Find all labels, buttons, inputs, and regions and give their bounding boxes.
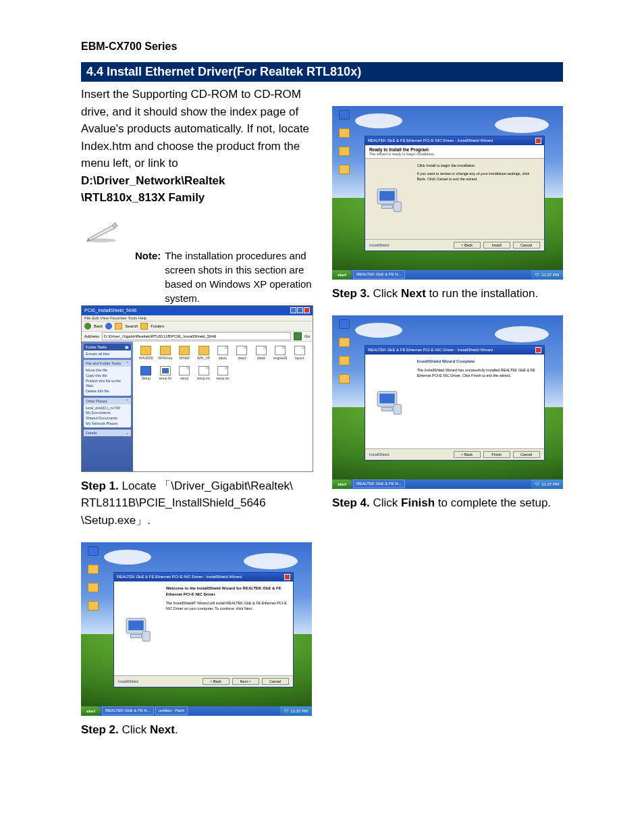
step2-text-b: . <box>175 723 178 736</box>
explorer-window: PCIE_InstallShield_5646 File Edit View F… <box>81 305 313 472</box>
up-icon[interactable] <box>115 323 122 330</box>
installer-dialog: REALTEK GbE & FE Ethernet PCI-E NIC Driv… <box>365 136 545 252</box>
step2-screenshot: REALTEK GbE & FE Ethernet PCI-E NIC Driv… <box>81 542 312 716</box>
document-page: EBM-CX700 Series 4.4 Install Ethernet Dr… <box>0 0 644 834</box>
search-label[interactable]: Search <box>125 324 138 328</box>
taskbar-item[interactable]: untitled - Paint <box>155 706 188 715</box>
install-button[interactable]: Install <box>483 242 510 249</box>
place-mydocs[interactable]: My Documents <box>86 411 129 416</box>
file-item[interactable]: Setup <box>137 366 155 385</box>
next-button[interactable]: Next > <box>232 678 259 685</box>
start-button[interactable]: start <box>332 270 352 280</box>
section-heading: 4.4 Install Ethernet Driver(For Realtek … <box>81 62 563 82</box>
step2-caption: Step 2. Click Next. <box>81 721 312 739</box>
svg-rect-2 <box>128 621 143 630</box>
cancel-button: Cancel <box>513 451 540 458</box>
file-item[interactable]: engine32 <box>271 346 289 365</box>
right-column: REALTEK GbE & FE Ethernet PCI-E NIC Driv… <box>332 86 563 752</box>
step4-caption: Step 4. Click Finish to complete the set… <box>332 494 563 512</box>
place-network[interactable]: My Network Places <box>86 421 129 427</box>
window-titlebar: PCIE_InstallShield_5646 <box>82 306 313 315</box>
intro-paragraph: Insert the Supporting CD-ROM to CD-ROM d… <box>81 86 312 207</box>
clock: 11:27 PM <box>541 273 559 277</box>
step3-screenshot: REALTEK GbE & FE Ethernet PCI-E NIC Driv… <box>332 106 563 280</box>
file-item[interactable]: data1 <box>214 346 232 365</box>
folders-label[interactable]: Folders <box>151 324 164 328</box>
panel-other-places[interactable]: Other Places⌃ <box>84 398 131 405</box>
file-item[interactable]: WIN2000 <box>137 346 155 365</box>
step2-keyword: Next <box>150 723 175 736</box>
svg-rect-7 <box>382 205 393 209</box>
close-icon[interactable] <box>284 574 290 580</box>
back-button: < Back <box>203 678 230 685</box>
file-item[interactable]: layout <box>291 346 308 365</box>
taskbar-item[interactable]: REALTEK GbE & FE N... <box>353 270 405 279</box>
panel-file-tasks[interactable]: File and Folder Tasks⌃ <box>84 360 131 367</box>
system-tray[interactable]: 🛡11:27 PM <box>531 479 563 489</box>
clock: 11:27 PM <box>290 709 308 713</box>
task-extract[interactable]: Extract all files <box>86 352 129 357</box>
file-item[interactable]: WINVista <box>156 346 173 365</box>
ready-heading: Ready to Install the Program <box>369 147 540 152</box>
panel-details[interactable]: Details⌄ <box>84 429 131 436</box>
forward-icon[interactable] <box>105 323 112 330</box>
step3-keyword: Next <box>401 287 426 300</box>
menu-bar[interactable]: File Edit View Favorites Tools Help <box>82 315 313 321</box>
file-item[interactable]: setup <box>176 366 193 385</box>
task-move[interactable]: Move this file <box>86 368 129 373</box>
go-button[interactable] <box>294 332 302 340</box>
installer-dialog: REALTEK GbE & FE Ethernet PCI-E NIC Driv… <box>365 345 545 461</box>
start-button[interactable]: start <box>332 479 352 489</box>
panel4-title: Details <box>86 431 97 435</box>
file-item[interactable]: WIN_XP <box>194 346 212 365</box>
cancel-button[interactable]: Cancel <box>262 678 289 685</box>
taskbar-item[interactable]: REALTEK GbE & FE N... <box>353 479 405 488</box>
folders-icon[interactable] <box>140 323 148 330</box>
address-bar: Address Go <box>82 332 313 342</box>
svg-rect-8 <box>394 202 401 211</box>
step4-text-a: Click <box>370 496 401 509</box>
panel-folder-tasks[interactable]: Folder Tasks▣ <box>84 344 131 350</box>
place-local[interactable]: local_disk(D:)_cx700 <box>86 406 129 411</box>
welcome-body: The InstallShield® Wizard will install R… <box>166 600 288 612</box>
task-publish[interactable]: Publish this file to the Web <box>86 379 129 389</box>
svg-rect-4 <box>142 631 150 641</box>
place-shared[interactable]: Shared Documents <box>86 416 129 421</box>
svg-rect-12 <box>394 405 401 414</box>
close-icon[interactable] <box>535 138 541 144</box>
task-copy[interactable]: Copy this file <box>86 373 129 379</box>
intro-text: Insert the Supporting CD-ROM to CD-ROM d… <box>81 88 309 170</box>
file-item[interactable]: setup.ibt <box>156 366 173 385</box>
task-delete[interactable]: Delete this file <box>86 389 129 394</box>
start-button[interactable]: start <box>81 706 101 716</box>
explorer-sidebar: Folder Tasks▣ Extract all files File and… <box>82 342 133 471</box>
step4-text-b: to complete the setup. <box>435 496 551 509</box>
svg-rect-11 <box>382 408 393 411</box>
complete-body: The InstallShield Wizard has successfull… <box>417 367 539 379</box>
system-tray[interactable]: 🛡11:27 PM <box>531 270 563 280</box>
address-input[interactable] <box>102 332 291 340</box>
back-icon[interactable] <box>84 323 91 330</box>
step4-keyword: Finish <box>401 496 435 509</box>
file-item[interactable]: setup.inx <box>194 366 212 385</box>
file-item[interactable]: WIN64 <box>176 346 193 365</box>
window-buttons[interactable] <box>290 307 310 314</box>
taskbar-item[interactable]: REALTEK GbE & FE N... <box>102 706 154 715</box>
complete-heading: InstallShield Wizard Complete <box>417 359 539 365</box>
step2-label: Step 2. <box>81 723 119 736</box>
finish-button[interactable]: Finish <box>483 451 510 458</box>
step3-text-a: Click <box>370 287 401 300</box>
step3-label: Step 3. <box>332 287 370 300</box>
back-button[interactable]: < Back <box>454 242 481 249</box>
svg-rect-10 <box>379 394 394 403</box>
system-tray[interactable]: 🛡11:27 PM <box>280 706 312 716</box>
toolbar[interactable]: Back Search Folders <box>82 321 313 332</box>
cancel-button[interactable]: Cancel <box>513 242 540 249</box>
file-item[interactable]: setup.iss <box>214 366 232 385</box>
file-item[interactable]: data2 <box>233 346 250 365</box>
file-item[interactable]: data2 <box>252 346 270 365</box>
note-block: Note: The installation procedures and sc… <box>135 249 312 305</box>
close-icon[interactable] <box>535 347 541 353</box>
go-label: Go <box>304 334 310 338</box>
step3-caption: Step 3. Click Next to run the installati… <box>332 285 563 303</box>
